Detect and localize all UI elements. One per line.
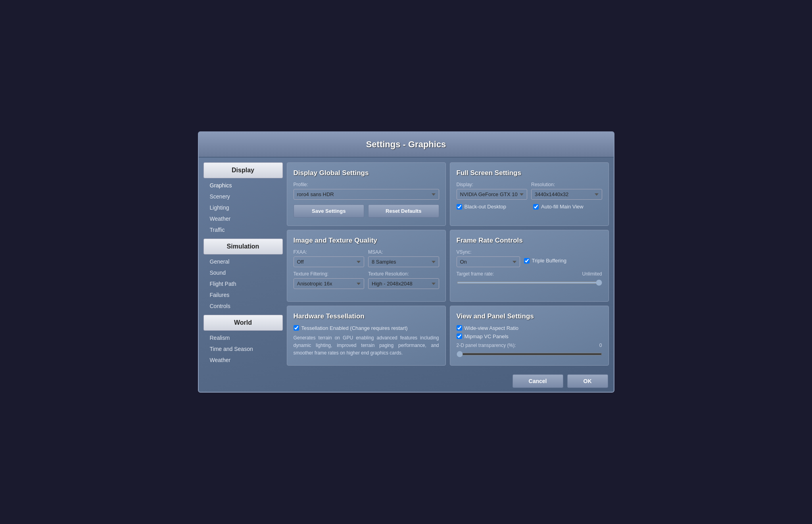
sidebar-item-scenery[interactable]: Scenery (203, 191, 283, 202)
sidebar-item-weather-display[interactable]: Weather (203, 213, 283, 224)
display-select[interactable]: NVIDIA GeForce GTX 10 (457, 189, 528, 200)
fxaa-select[interactable]: Off (294, 256, 365, 267)
sidebar-item-flight-path[interactable]: Flight Path (203, 278, 283, 289)
mipmap-checkbox-row: Mipmap VC Panels (457, 333, 602, 339)
main-content: Display Global Settings Profile: roro4 s… (287, 162, 609, 366)
mipmap-checkbox[interactable] (457, 333, 462, 339)
msaa-label: MSAA: (368, 249, 439, 255)
msaa-select[interactable]: 8 Samples (368, 256, 439, 267)
profile-label: Profile: (294, 182, 439, 187)
vsync-select[interactable]: On (457, 256, 520, 267)
cancel-button[interactable]: Cancel (513, 374, 563, 388)
mipmap-label: Mipmap VC Panels (465, 333, 509, 339)
panel-full-screen: Full Screen Settings Display: NVIDIA GeF… (450, 162, 609, 226)
sidebar-item-general[interactable]: General (203, 256, 283, 267)
panel-frame-rate-title: Frame Rate Controls (457, 237, 602, 245)
panel-hardware-tessellation: Hardware Tessellation Tessellation Enabl… (287, 306, 446, 366)
wide-view-checkbox[interactable] (457, 325, 462, 331)
panel-display-global-title: Display Global Settings (294, 169, 439, 177)
profile-select[interactable]: roro4 sans HDR (294, 189, 439, 200)
texture-resolution-select[interactable]: High - 2048x2048 (368, 278, 439, 289)
panel-full-screen-title: Full Screen Settings (457, 169, 602, 177)
vsync-label: VSync: (457, 249, 520, 255)
settings-dialog: Settings - Graphics Display Graphics Sce… (198, 131, 614, 393)
panel-frame-rate: Frame Rate Controls VSync: On Triple Buf… (450, 230, 609, 301)
sidebar-world-header: World (203, 315, 283, 331)
triple-buffering-row: Triple Buffering (524, 258, 566, 264)
sidebar-item-failures[interactable]: Failures (203, 289, 283, 301)
transparency-slider[interactable] (457, 353, 602, 355)
panel-image-texture-title: Image and Texture Quality (294, 237, 439, 245)
wide-view-checkbox-row: Wide-view Aspect Ratio (457, 325, 602, 331)
panel-view-panel: View and Panel Settings Wide-view Aspect… (450, 306, 609, 366)
target-frame-rate-row: Target frame rate: Unlimited (457, 271, 602, 285)
blackout-checkbox[interactable] (457, 204, 462, 210)
sidebar-item-lighting[interactable]: Lighting (203, 202, 283, 213)
sidebar-item-traffic[interactable]: Traffic (203, 224, 283, 235)
sidebar-world-section: World Realism Time and Season Weather (203, 315, 283, 366)
fullscreen-checkboxes: Black-out Desktop Auto-fill Main View (457, 204, 602, 212)
dialog-title: Settings - Graphics (199, 132, 614, 158)
sidebar-display-header: Display (203, 162, 283, 178)
texture-row: Texture Filtering: Anisotropic 16x Textu… (294, 271, 439, 289)
save-settings-button[interactable]: Save Settings (294, 204, 365, 218)
fxaa-label: FXAA: (294, 249, 365, 255)
resolution-select[interactable]: 3440x1440x32 (531, 189, 602, 200)
tessellation-checkbox-row: Tessellation Enabled (Change requires re… (294, 325, 439, 331)
panel-display-global: Display Global Settings Profile: roro4 s… (287, 162, 446, 226)
target-frame-rate-value: Unlimited (582, 271, 602, 277)
triple-buffering-checkbox[interactable] (524, 258, 530, 264)
sidebar-item-time-season[interactable]: Time and Season (203, 343, 283, 354)
texture-filtering-label: Texture Filtering: (294, 271, 365, 277)
ok-button[interactable]: OK (567, 374, 608, 388)
settings-btn-row: Save Settings Reset Defaults (294, 204, 439, 218)
fxaa-msaa-row: FXAA: Off MSAA: 8 Samples (294, 249, 439, 267)
texture-resolution-label: Texture Resolution: (368, 271, 439, 277)
sidebar-simulation-section: Simulation General Sound Flight Path Fai… (203, 239, 283, 312)
reset-defaults-button[interactable]: Reset Defaults (368, 204, 439, 218)
blackout-label: Black-out Desktop (465, 204, 507, 210)
sidebar-simulation-header: Simulation (203, 239, 283, 254)
sidebar-display-section: Display Graphics Scenery Lighting Weathe… (203, 162, 283, 235)
autofill-label: Auto-fill Main View (541, 204, 584, 210)
tessellation-checkbox[interactable] (294, 325, 299, 331)
panel-image-texture: Image and Texture Quality FXAA: Off MSAA… (287, 230, 446, 301)
panel-view-panel-title: View and Panel Settings (457, 312, 602, 320)
dialog-body: Display Graphics Scenery Lighting Weathe… (199, 158, 614, 370)
target-frame-rate-slider[interactable] (457, 281, 602, 284)
tessellation-label: Tessellation Enabled (Change requires re… (301, 325, 408, 331)
blackout-checkbox-row: Black-out Desktop (457, 204, 526, 210)
sidebar-item-graphics[interactable]: Graphics (203, 180, 283, 191)
autofill-checkbox[interactable] (533, 204, 539, 210)
transparency-row: 2-D panel transparency (%): 0 (457, 343, 602, 357)
sidebar-item-weather-world[interactable]: Weather (203, 354, 283, 366)
dialog-footer: Cancel OK (199, 370, 614, 392)
sidebar: Display Graphics Scenery Lighting Weathe… (203, 162, 283, 366)
vsync-row: VSync: On Triple Buffering (457, 249, 602, 267)
transparency-label: 2-D panel transparency (%): (457, 343, 516, 348)
texture-filtering-select[interactable]: Anisotropic 16x (294, 278, 365, 289)
sidebar-item-realism[interactable]: Realism (203, 332, 283, 343)
tessellation-description: Generates terrain on GPU enabling advanc… (294, 334, 439, 357)
wide-view-label: Wide-view Aspect Ratio (465, 325, 519, 331)
triple-buffering-label: Triple Buffering (532, 258, 566, 264)
resolution-label: Resolution: (531, 182, 602, 187)
panel-tessellation-title: Hardware Tessellation (294, 312, 439, 320)
target-frame-rate-label: Target frame rate: (457, 271, 494, 277)
transparency-value: 0 (599, 343, 602, 348)
sidebar-item-sound[interactable]: Sound (203, 267, 283, 278)
display-label: Display: (457, 182, 528, 187)
autofill-checkbox-row: Auto-fill Main View (533, 204, 602, 210)
display-resolution-row: Display: NVIDIA GeForce GTX 10 Resolutio… (457, 182, 602, 200)
sidebar-item-controls[interactable]: Controls (203, 301, 283, 312)
